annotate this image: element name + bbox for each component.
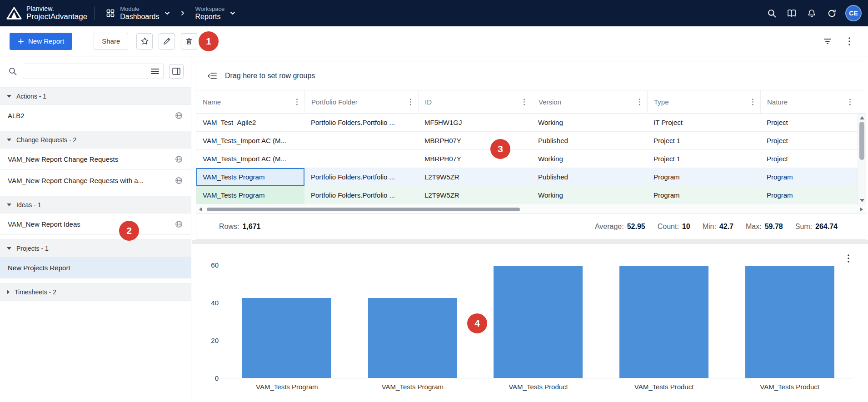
sidebar-item-ideas-1[interactable]: VAM_New Report Ideas (0, 213, 191, 235)
cell-name[interactable]: VAM_Test_Agile2 (196, 114, 304, 131)
table-row-highlighted[interactable]: VAM_Tests Program Portfolio Folders.Port… (196, 186, 858, 204)
top-navbar: Planview. ProjectAdvantage Module Dashbo… (0, 0, 868, 26)
menu-icon[interactable] (151, 68, 159, 74)
cell-nature[interactable]: Program (760, 186, 858, 204)
column-menu-icon[interactable] (296, 98, 298, 106)
filter-button[interactable] (818, 32, 837, 50)
scroll-left-arrow-icon[interactable] (199, 207, 202, 212)
sidebar-item-new-projects-report[interactable]: New Projects Report (0, 257, 191, 278)
cell-nature[interactable]: Project (760, 150, 858, 168)
cell-version[interactable]: Published (532, 132, 647, 149)
cell-portfolio-folder[interactable]: Portfolio Folders.Portfolio ... (304, 114, 418, 131)
row-groups-dropzone[interactable]: Drag here to set row groups (196, 61, 866, 90)
annotation-badge-2: 2 (119, 221, 139, 241)
cell-nature[interactable]: Project (760, 114, 858, 131)
cell-id[interactable]: L2T9W5ZR (418, 168, 532, 186)
column-menu-icon[interactable] (523, 98, 525, 106)
cell-type[interactable]: IT Project (647, 114, 760, 131)
aggregate-sum: Sum:264.74 (795, 223, 838, 231)
search-button[interactable] (762, 3, 782, 23)
kebab-menu-icon (847, 254, 850, 263)
cell-version[interactable]: Working (532, 186, 647, 204)
cell-version[interactable]: Working (532, 150, 647, 168)
table-row[interactable]: VAM_Tests_Import AC (M... MBRPH07Y Publi… (196, 132, 858, 150)
scroll-down-arrow-icon[interactable] (860, 199, 864, 202)
more-options-button[interactable] (840, 32, 858, 50)
column-menu-icon[interactable] (409, 98, 412, 106)
horizontal-scrollbar-track[interactable] (205, 207, 857, 212)
cell-version[interactable]: Working (532, 114, 647, 131)
delete-button[interactable] (181, 33, 197, 50)
new-report-label: New Report (28, 37, 64, 45)
search-input[interactable] (27, 68, 151, 75)
scroll-right-arrow-icon[interactable] (860, 207, 863, 212)
cell-name[interactable]: VAM_Tests_Import AC (M... (196, 132, 304, 149)
cell-id[interactable]: MBRPH07Y (418, 150, 532, 168)
search-icon (767, 9, 777, 18)
column-header-name[interactable]: Name (196, 90, 304, 113)
chart-options-button[interactable] (844, 251, 853, 266)
cell-type[interactable]: Program (647, 186, 760, 204)
new-report-button[interactable]: New Report (10, 33, 72, 50)
sidebar-item-change-requests-2[interactable]: VAM_New Report Change Requests with a... (0, 170, 191, 191)
documentation-button[interactable] (782, 3, 802, 23)
vertical-scrollbar-thumb[interactable] (859, 122, 864, 160)
sidebar-section-actions[interactable]: Actions - 1 (0, 87, 191, 105)
favorite-button[interactable] (136, 33, 153, 50)
cell-type[interactable]: Project 1 (647, 150, 760, 168)
column-header-portfolio-folder[interactable]: Portfolio Folder (304, 90, 418, 113)
column-header-id[interactable]: ID (418, 90, 532, 113)
column-header-type[interactable]: Type (647, 90, 760, 113)
horizontal-scrollbar[interactable] (196, 205, 866, 214)
navbar-divider (95, 6, 95, 20)
cell-version[interactable]: Published (532, 168, 647, 186)
apps-grid-icon (106, 9, 115, 18)
cell-portfolio-folder[interactable] (304, 132, 418, 149)
expand-triangle-icon (7, 290, 10, 294)
cell-name[interactable]: VAM_Tests_Import AC (M... (196, 150, 304, 168)
scroll-up-arrow-icon[interactable] (860, 116, 864, 119)
column-menu-icon[interactable] (849, 98, 851, 106)
cell-nature[interactable]: Project (760, 132, 858, 149)
refresh-button[interactable] (822, 3, 842, 23)
x-axis-label: VAM_Tests Product (727, 383, 853, 391)
cell-portfolio-folder[interactable] (304, 150, 418, 168)
cell-type[interactable]: Program (647, 168, 760, 186)
module-switcher[interactable]: Module Dashboards (102, 3, 174, 24)
sidebar-section-change-requests[interactable]: Change Requests - 2 (0, 131, 191, 149)
horizontal-scrollbar-thumb[interactable] (207, 208, 520, 211)
column-menu-icon[interactable] (752, 98, 754, 106)
vertical-scrollbar[interactable] (858, 114, 866, 205)
sidebar-section-projects[interactable]: Projects - 1 (0, 239, 191, 257)
brand[interactable]: Planview. ProjectAdvantage (6, 5, 87, 21)
cell-name-highlighted[interactable]: VAM_Tests Program (196, 186, 304, 204)
cell-nature[interactable]: Program (760, 168, 858, 186)
column-header-nature[interactable]: Nature (760, 90, 858, 113)
edit-button[interactable] (159, 33, 175, 50)
cell-portfolio-folder[interactable]: Portfolio Folders.Portfolio ... (304, 186, 418, 204)
table-row[interactable]: VAM_Tests_Import AC (M... MBRPH07Y Worki… (196, 150, 858, 168)
chart-bar (368, 298, 457, 378)
cell-id[interactable]: MBRPH07Y (418, 132, 532, 149)
cell-name-focused[interactable]: VAM_Tests Program (196, 168, 304, 186)
cell-id[interactable]: MF5HW1GJ (418, 114, 532, 131)
sidebar-item-change-requests-1[interactable]: VAM_New Report Change Requests (0, 149, 191, 170)
cell-id[interactable]: L2T9W5ZR (418, 186, 532, 204)
cell-portfolio-folder[interactable]: Portfolio Folders.Portfolio ... (304, 168, 418, 186)
sidebar-section-timesheets[interactable]: Timesheets - 2 (0, 283, 191, 301)
column-header-version[interactable]: Version (532, 90, 647, 113)
column-menu-icon[interactable] (639, 98, 641, 106)
sidebar-search-box[interactable] (23, 64, 164, 79)
sidebar-section-ideas[interactable]: Ideas - 1 (0, 196, 191, 213)
table-row[interactable]: VAM_Test_Agile2 Portfolio Folders.Portfo… (196, 114, 858, 132)
notifications-button[interactable] (802, 3, 822, 23)
cell-type[interactable]: Project 1 (647, 132, 760, 149)
user-avatar[interactable]: CE (845, 5, 862, 21)
grid-status-bar: Rows:1,671 Average:52.95 Count:10 Min:42… (196, 214, 866, 239)
sidebar-item-alb2[interactable]: ALB2 (0, 105, 191, 126)
table-row-selected[interactable]: VAM_Tests Program Portfolio Folders.Port… (196, 168, 858, 186)
share-button[interactable]: Share (94, 33, 128, 50)
chevron-down-icon (229, 10, 236, 16)
toggle-panel-button[interactable] (169, 64, 184, 79)
workspace-switcher[interactable]: Workspace Reports (191, 3, 239, 24)
